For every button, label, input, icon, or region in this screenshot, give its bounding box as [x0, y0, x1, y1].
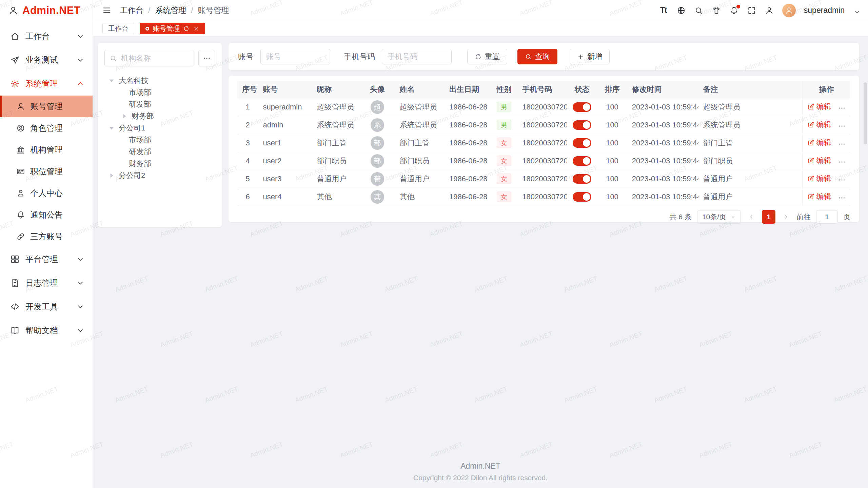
- sidebar-item-org-mgmt[interactable]: 机构管理: [0, 139, 93, 161]
- sidebar-item-role-mgmt[interactable]: 角色管理: [0, 117, 93, 139]
- edit-button[interactable]: 编辑: [808, 102, 831, 112]
- cell-phone: 18020030720: [517, 152, 567, 170]
- status-toggle[interactable]: [573, 138, 591, 148]
- sidebar-item-help-docs[interactable]: 帮助文档: [0, 319, 93, 342]
- tab-refresh-button[interactable]: [183, 25, 190, 32]
- breadcrumb-item-workbench[interactable]: 工作台: [120, 5, 143, 16]
- edit-button[interactable]: 编辑: [808, 120, 831, 130]
- cell-name: 其他: [395, 188, 445, 206]
- dots-icon: [838, 104, 846, 112]
- row-more-button[interactable]: [838, 104, 846, 112]
- account-input[interactable]: [260, 49, 330, 64]
- status-toggle[interactable]: [573, 120, 591, 130]
- search-button[interactable]: 查询: [517, 49, 557, 64]
- theme-button[interactable]: [712, 6, 721, 15]
- org-more-button[interactable]: [198, 50, 215, 66]
- phone-input[interactable]: [382, 49, 452, 64]
- tree-node[interactable]: 研发部: [104, 146, 215, 158]
- menu-label: 开发工具: [25, 301, 58, 312]
- globe-button[interactable]: [676, 6, 686, 15]
- dots-icon: [838, 176, 846, 184]
- cell-birthdate: 1986-06-28: [445, 152, 491, 170]
- dots-icon: [838, 122, 846, 130]
- chevdown-icon: [76, 302, 85, 311]
- sidebar-item-system-mgmt[interactable]: 系统管理: [0, 72, 93, 96]
- position-icon: [16, 167, 25, 176]
- font-size-icon: Tt: [660, 6, 667, 15]
- cell-account: user3: [258, 170, 312, 188]
- sidebar-item-third-account[interactable]: 三方账号: [0, 226, 93, 247]
- sidebar-item-notice[interactable]: 通知公告: [0, 204, 93, 226]
- tree-node-label: 市场部: [129, 87, 151, 98]
- username[interactable]: superadmin: [804, 6, 845, 15]
- gear-icon: [10, 79, 20, 88]
- cell-account: admin: [258, 116, 312, 134]
- sidebar-item-user-center[interactable]: 个人中心: [0, 182, 93, 204]
- status-toggle[interactable]: [573, 174, 591, 184]
- tree-node[interactable]: 市场部: [104, 134, 215, 146]
- cell-birthdate: 1986-06-28: [445, 170, 491, 188]
- breadcrumb-item-system[interactable]: 系统管理: [155, 5, 186, 16]
- account-table-card: 序号账号昵称头像姓名出生日期性别手机号码状态排序修改时间备注操作 1supera…: [229, 76, 859, 222]
- tree-node[interactable]: 研发部: [104, 98, 215, 110]
- current-page-button[interactable]: 1: [762, 210, 775, 224]
- tree-node[interactable]: 大名科技: [104, 75, 215, 86]
- tools-icon: [10, 302, 20, 311]
- tab-close-button[interactable]: [193, 25, 199, 32]
- sidebar-item-platform-mgmt[interactable]: 平台管理: [0, 247, 93, 271]
- sidebar-item-workbench[interactable]: 工作台: [0, 24, 93, 48]
- user-menu-chevron[interactable]: [853, 7, 859, 13]
- row-avatar: 超: [371, 100, 384, 114]
- row-more-button[interactable]: [838, 176, 846, 184]
- reset-button[interactable]: 重置: [467, 49, 507, 64]
- page-size-select[interactable]: 10条/页: [697, 210, 741, 224]
- row-more-button[interactable]: [838, 158, 846, 166]
- bell-icon: [16, 210, 25, 219]
- tree-node[interactable]: 分公司1: [104, 122, 215, 134]
- goto-page-input[interactable]: [816, 210, 838, 224]
- edit-button[interactable]: 编辑: [808, 191, 831, 202]
- tree-node-label: 研发部: [129, 147, 151, 157]
- tab-account-mgmt[interactable]: 账号管理: [140, 23, 205, 34]
- tree-node[interactable]: 财务部: [104, 110, 215, 122]
- edit-icon: [808, 157, 814, 164]
- search-button[interactable]: [694, 6, 704, 15]
- notification-button[interactable]: [729, 6, 739, 15]
- tree-node[interactable]: 分公司2: [104, 169, 215, 181]
- status-toggle[interactable]: [573, 192, 591, 202]
- sidebar-item-dev-tools[interactable]: 开发工具: [0, 295, 93, 319]
- sidebar-item-account-mgmt[interactable]: 账号管理: [0, 96, 93, 117]
- cell-remark: 系统管理员: [698, 116, 803, 134]
- fullscreen-button[interactable]: [747, 6, 756, 15]
- tab-workbench[interactable]: 工作台: [102, 23, 134, 34]
- profile-button[interactable]: [765, 6, 774, 15]
- cell-index: 6: [237, 188, 258, 206]
- cell-account: user1: [258, 134, 312, 152]
- tree-node[interactable]: 财务部: [104, 158, 215, 169]
- sidebar-item-position-mgmt[interactable]: 职位管理: [0, 161, 93, 182]
- gender-badge: 男: [497, 102, 511, 112]
- tree-node-label: 财务部: [132, 111, 154, 121]
- status-toggle[interactable]: [573, 156, 591, 166]
- sidebar-item-log-mgmt[interactable]: 日志管理: [0, 271, 93, 295]
- prev-page-button[interactable]: [746, 210, 756, 224]
- account-label: 账号: [238, 52, 254, 62]
- add-button[interactable]: 新增: [570, 49, 610, 64]
- column-header: 手机号码: [517, 81, 567, 98]
- row-more-button[interactable]: [838, 194, 846, 202]
- row-more-button[interactable]: [838, 140, 846, 148]
- avatar[interactable]: [782, 4, 796, 17]
- scrollbar-thumb[interactable]: [864, 82, 867, 144]
- menu-collapse-button[interactable]: [102, 6, 112, 15]
- edit-button[interactable]: 编辑: [808, 156, 831, 166]
- status-toggle[interactable]: [573, 102, 591, 112]
- sidebar-item-business-test[interactable]: 业务测试: [0, 48, 93, 72]
- search-icon: [110, 55, 117, 62]
- tree-node[interactable]: 市场部: [104, 86, 215, 98]
- edit-button[interactable]: 编辑: [808, 138, 831, 148]
- font-size-button[interactable]: Tt: [659, 6, 668, 15]
- row-more-button[interactable]: [838, 122, 846, 130]
- org-search-input[interactable]: [120, 54, 189, 63]
- edit-button[interactable]: 编辑: [808, 174, 831, 184]
- next-page-button[interactable]: [781, 210, 791, 224]
